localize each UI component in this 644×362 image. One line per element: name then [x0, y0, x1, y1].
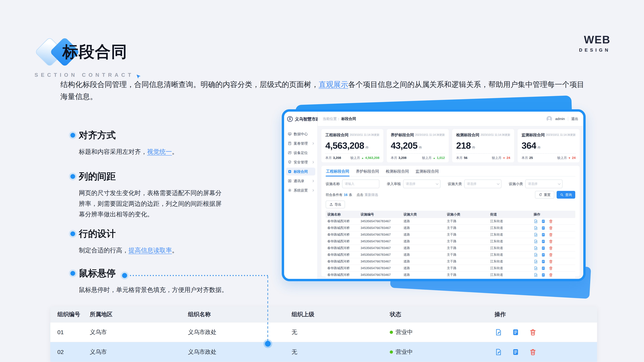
col-header: 状态	[390, 311, 494, 318]
tab-engineering[interactable]: 工程标段合同	[326, 166, 350, 176]
edit-icon[interactable]	[534, 239, 538, 244]
divider	[568, 117, 568, 121]
table-row[interactable]: 春华路城西河桥 34535654766783467 道路 主干路 江东街道	[326, 252, 575, 258]
edit-icon[interactable]	[534, 219, 538, 223]
refine-link[interactable]: 重新筛选	[364, 193, 378, 197]
prev-page-button[interactable]: ‹	[456, 280, 463, 281]
delete-icon[interactable]	[529, 329, 537, 336]
detail-icon[interactable]	[541, 239, 546, 244]
edit-icon[interactable]	[494, 329, 502, 336]
detail-icon[interactable]	[541, 219, 546, 223]
reset-button[interactable]: 重置	[535, 191, 554, 199]
tab-inspection[interactable]: 检测标段合同	[386, 166, 409, 176]
detail-icon[interactable]	[541, 226, 546, 230]
ellipsis: ···	[507, 280, 513, 281]
sidebar-item-contacts[interactable]: 通讯录	[286, 177, 315, 185]
bullet-dot-icon	[70, 133, 75, 138]
page-button-6[interactable]: 6	[490, 280, 497, 281]
page-button-5-active[interactable]: 5	[481, 280, 488, 281]
connector-start-dot-icon	[122, 273, 127, 278]
table-row[interactable]: 春华路城西河桥 34535654766783467 道路 主干路 江东街道	[326, 258, 575, 265]
page-button-10[interactable]: 10	[515, 280, 522, 281]
sidebar-item-data-center[interactable]: 数据中心	[286, 130, 315, 138]
edit-icon[interactable]	[534, 259, 538, 264]
stat-delta: 24	[507, 156, 510, 160]
feature-desc-link[interactable]: 视觉统一	[147, 148, 172, 155]
detail-icon[interactable]	[541, 233, 546, 237]
username: admin	[555, 117, 565, 121]
table-row[interactable]: 春华路城西河桥 34535654766783467 道路 主干路 江东街道	[326, 245, 575, 252]
delete-icon[interactable]	[549, 226, 553, 230]
edit-icon[interactable]	[534, 273, 538, 277]
sidebar-item-device-location[interactable]: 设备定位	[286, 149, 315, 157]
edit-icon[interactable]	[534, 246, 538, 250]
page-size-select[interactable]: 10条/页	[532, 280, 547, 281]
result-suffix: 条	[349, 193, 352, 197]
delete-icon[interactable]	[549, 259, 553, 264]
feature-desc-link[interactable]: 提高信息读取率	[128, 247, 172, 254]
delete-icon[interactable]	[549, 246, 553, 250]
status-dot-icon	[390, 331, 393, 334]
select-placeholder: 请选择	[528, 182, 538, 186]
sidebar-item-security[interactable]: 安全管理	[286, 158, 315, 166]
delete-icon[interactable]	[549, 219, 553, 223]
detail-icon[interactable]	[541, 246, 546, 250]
detail-icon[interactable]	[541, 259, 546, 264]
feature-title: 列的间距	[79, 170, 116, 183]
feature-desc-tail: 。	[172, 148, 178, 155]
stat-value: 4,563,208	[325, 140, 364, 151]
jump-page-input[interactable]	[560, 280, 570, 281]
logout-button[interactable]: 退出	[571, 116, 578, 121]
delete-icon[interactable]	[549, 273, 553, 277]
sidebar-item-section-contract[interactable]: 标段合同	[286, 168, 315, 175]
table-row[interactable]: 春华路城西河桥 34535654766783467 道路 主干路 江东街道	[326, 218, 575, 225]
page-button-1[interactable]: 1	[464, 280, 472, 281]
table-row[interactable]: 春华路城西河桥 34535654766783467 道路 主干路 江东街道	[326, 225, 575, 231]
delete-icon[interactable]	[549, 233, 553, 237]
status-dot-icon	[390, 351, 393, 354]
page-button-7[interactable]: 7	[498, 280, 506, 281]
detail-icon[interactable]	[541, 273, 546, 277]
edit-icon[interactable]	[534, 266, 538, 270]
detail-icon[interactable]	[512, 329, 520, 336]
intro-highlight-link[interactable]: 直观展示	[319, 80, 348, 88]
delete-icon[interactable]	[529, 348, 537, 356]
next-page-button[interactable]: ›	[524, 280, 531, 281]
detail-icon[interactable]	[512, 348, 520, 356]
stat-month-value: 56	[464, 156, 468, 160]
cell-facility-code: 34535654766783467	[360, 260, 404, 263]
detail-icon[interactable]	[541, 253, 546, 257]
feature-title: 对齐方式	[79, 129, 116, 141]
facility-category-select[interactable]: 请选择	[464, 179, 502, 188]
edit-icon[interactable]	[534, 226, 538, 230]
table-row[interactable]: 春华路城西河桥 34535654766783467 道路 主干路 江东街道	[326, 265, 575, 272]
stat-month-value: 3,208	[333, 156, 341, 160]
tab-monitoring[interactable]: 监测标段合同	[415, 166, 439, 176]
facility-name-input[interactable]	[342, 179, 379, 188]
edit-icon[interactable]	[534, 253, 538, 257]
export-button[interactable]: 导出	[326, 201, 345, 208]
org-table-row-02-hovered[interactable]: 02 义乌市 义乌市政处 无 营业中	[50, 342, 597, 362]
tab-maintenance[interactable]: 养护标段合同	[356, 166, 379, 176]
sidebar-item-settings[interactable]: 系统设置	[286, 186, 315, 194]
cell-category: 道路	[404, 273, 447, 277]
data-center-icon	[288, 132, 292, 136]
stat-month-label: 本月	[391, 156, 397, 160]
edit-icon[interactable]	[494, 348, 502, 356]
detail-icon[interactable]	[541, 266, 546, 270]
table-row[interactable]: 春华路城西河桥 34535654766783467 道路 主干路 江东街道	[326, 272, 575, 278]
table-row[interactable]: 春华路城西河桥 34535654766783467 道路 主干路 江东街道	[326, 238, 575, 245]
delete-icon[interactable]	[549, 239, 553, 244]
facility-subcategory-select[interactable]: 请选择	[525, 179, 562, 188]
stat-unit: 件	[472, 145, 475, 150]
delete-icon[interactable]	[549, 266, 553, 270]
table-row[interactable]: 春华路城西河桥 34535654766783467 道路 主干路 江东街道	[326, 231, 575, 238]
delete-icon[interactable]	[549, 253, 553, 257]
feature-desc-text: 鼠标悬停时，单元格背景色填充，方便用户对齐数据。	[79, 286, 228, 293]
entry-review-select[interactable]: 请选择	[403, 179, 440, 188]
org-table-row-01[interactable]: 01 义乌市 义乌市政处 无 营业中	[50, 322, 597, 342]
edit-icon[interactable]	[534, 233, 538, 237]
stat-title: 检测标段合同	[456, 132, 479, 138]
search-button[interactable]: 查询	[556, 191, 575, 199]
sidebar-item-archives[interactable]: 案卷管理	[286, 139, 315, 147]
